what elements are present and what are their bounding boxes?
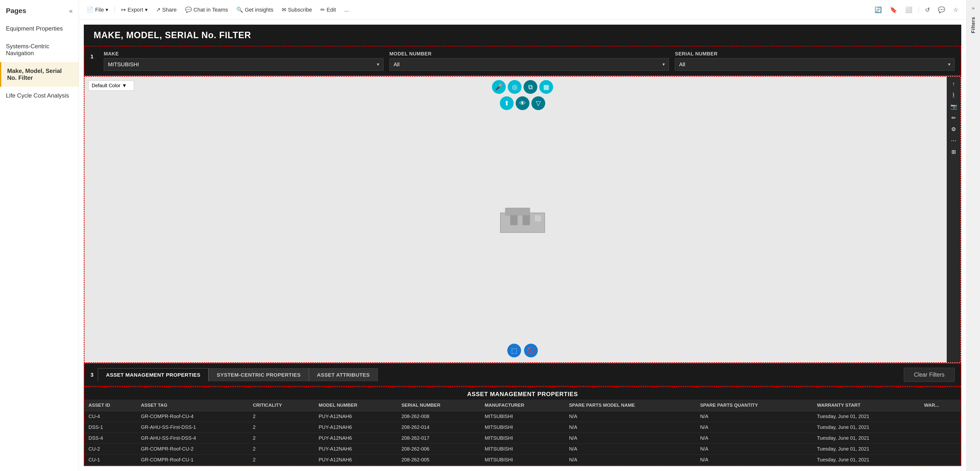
model-select[interactable]: All <box>390 58 669 71</box>
sidebar-item-systems-centric[interactable]: Systems-Centric Navigation <box>0 37 79 62</box>
tab-system-centric[interactable]: SYSTEM-CENTRIC PROPERTIES <box>208 368 309 381</box>
viewer-btn-microphone[interactable]: 🎤 <box>492 80 506 94</box>
viewer-btn-copy[interactable]: ⧉ <box>523 80 537 94</box>
toolbar: 📄 File ▾ ↦ Export ▾ ↗ Share 💬 Chat in Te… <box>79 0 966 20</box>
tab-group: ASSET MANAGEMENT PROPERTIES SYSTEM-CENTR… <box>98 368 378 381</box>
subscribe-button[interactable]: ✉ Subscribe <box>280 5 314 14</box>
viewer-right-camera[interactable]: 📷 <box>948 101 959 112</box>
table-cell: GR-COMPR-Roof-CU-4 <box>137 411 249 422</box>
table-cell <box>920 422 961 433</box>
viewer-right-arrow-up[interactable]: ↑ <box>948 79 959 89</box>
export-chevron-icon: ▾ <box>145 6 148 13</box>
table-cell: Tuesday, June 01, 2021 <box>813 444 920 455</box>
model-label: MODEL NUMBER <box>390 51 669 57</box>
viewer-right-person[interactable]: 🚶 <box>948 90 959 101</box>
color-dropdown-label: Default Color <box>92 83 121 89</box>
star-button[interactable]: ☆ <box>951 5 960 14</box>
table-cell: PUY-A12NAH6 <box>315 411 398 422</box>
right-panel: » Filters <box>966 0 980 471</box>
sidebar-item-lifecycle[interactable]: Life Cycle Cost Analysis <box>0 87 79 105</box>
col-header-manufacturer: MANUFACTURER <box>480 400 565 411</box>
viewer-right-dots[interactable]: ⋯ <box>948 135 959 146</box>
share-button[interactable]: ↗ Share <box>154 5 179 14</box>
table-cell: 2 <box>249 455 315 465</box>
col-header-asset-id: ASSET ID <box>84 400 137 411</box>
viewer-btn-select-box[interactable]: ⬚ <box>507 344 521 357</box>
asset-management-table: ASSET ID ASSET TAG CRITICALITY MODEL NUM… <box>84 400 961 465</box>
refresh-button[interactable]: 🔄 <box>873 5 884 14</box>
table-cell: PUY-A12NAH6 <box>315 422 398 433</box>
export-button[interactable]: ↦ Export ▾ <box>119 5 150 14</box>
make-select[interactable]: MITSUBISHI <box>104 58 383 71</box>
chat2-button[interactable]: 💬 <box>936 5 947 14</box>
table-cell: GR-COMPR-Roof-CU-1 <box>137 455 249 465</box>
table-cell: PUY-A12NAH6 <box>315 444 398 455</box>
clear-filters-button[interactable]: Clear Filters <box>904 368 955 382</box>
window-button[interactable]: ⬜ <box>904 5 914 14</box>
table-row[interactable]: CU-1GR-COMPR-Roof-CU-12PUY-A12NAH6208-26… <box>84 455 961 465</box>
sidebar-item-equipment-properties[interactable]: Equipment Properties <box>0 20 79 37</box>
file-button[interactable]: 📄 File ▾ <box>85 5 110 14</box>
table-cell: CU-2 <box>84 444 137 455</box>
section-1-label: 1 <box>91 51 98 60</box>
table-cell: MITSUBISHI <box>480 411 565 422</box>
more-button[interactable]: ... <box>342 5 351 14</box>
edit-label: Edit <box>326 6 336 13</box>
table-row[interactable]: DSS-1GR-AHU-SS-First-DSS-12PUY-A12NAH620… <box>84 422 961 433</box>
tab-asset-attributes[interactable]: ASSET ATTRIBUTES <box>309 368 378 381</box>
viewer-btn-clear-filter[interactable]: 🚫 <box>524 344 538 357</box>
tab-asset-management[interactable]: ASSET MANAGEMENT PROPERTIES <box>98 368 208 381</box>
edit-button[interactable]: ✏ Edit <box>318 5 338 14</box>
toolbar-separator-1 <box>115 6 115 13</box>
chat-label: Chat in Teams <box>194 6 228 13</box>
viewer-btn-up[interactable]: ⬆ <box>500 96 514 110</box>
viewer-btn-filter[interactable]: ▽ <box>531 96 545 110</box>
model-filter-group: MODEL NUMBER All <box>390 51 669 71</box>
teams-icon: 💬 <box>185 6 192 13</box>
viewer-right-group[interactable]: ⊞ <box>948 147 959 157</box>
table-cell: CU-1 <box>84 455 137 465</box>
table-cell: MITSUBISHI <box>480 444 565 455</box>
color-dropdown[interactable]: Default Color ▼ <box>89 81 134 90</box>
svg-rect-2 <box>510 215 518 225</box>
sidebar-item-make-model[interactable]: Make, Model, Serial No. Filter <box>0 62 79 87</box>
table-section-title: ASSET MANAGEMENT PROPERTIES <box>84 387 961 400</box>
viewer-btn-target[interactable]: ◎ <box>508 80 522 94</box>
page-title-bar: MAKE, MODEL, SERIAL No. FILTER <box>84 25 961 46</box>
viewer-bottom-center: ⬚ 🚫 <box>507 344 538 357</box>
section-2-viewer: Default Color ▼ 🎤 ◎ ⧉ ▦ ⬆ 👁 ▽ <box>84 76 961 363</box>
table-row[interactable]: CU-4GR-COMPR-Roof-CU-42PUY-A12NAH6208-26… <box>84 411 961 422</box>
viewer-btn-hatch[interactable]: ▦ <box>539 80 553 94</box>
table-cell: N/A <box>696 411 813 422</box>
table-cell: 208-262-006 <box>398 444 481 455</box>
table-cell: N/A <box>696 444 813 455</box>
right-panel-collapse-button[interactable]: » <box>967 2 979 13</box>
make-filter-group: MAKE MITSUBISHI <box>104 51 383 71</box>
table-row[interactable]: DSS-4GR-AHU-SS-First-DSS-42PUY-A12NAH620… <box>84 433 961 444</box>
viewer-btn-eye[interactable]: 👁 <box>515 96 530 110</box>
table-cell <box>920 455 961 465</box>
table-cell: MITSUBISHI <box>480 422 565 433</box>
table-cell: 208-262-008 <box>398 411 481 422</box>
table-cell: N/A <box>696 433 813 444</box>
table-cell: MITSUBISHI <box>480 433 565 444</box>
chat-button[interactable]: 💬 Chat in Teams <box>183 5 230 14</box>
table-row[interactable]: CU-2GR-COMPR-Roof-CU-22PUY-A12NAH6208-26… <box>84 444 961 455</box>
table-cell: DSS-1 <box>84 422 137 433</box>
table-cell: Tuesday, June 01, 2021 <box>813 411 920 422</box>
table-cell <box>920 411 961 422</box>
sidebar-collapse-button[interactable]: « <box>69 7 73 15</box>
section-4-table: ASSET MANAGEMENT PROPERTIES ASSET ID ASS… <box>84 387 961 466</box>
viewer-right-settings[interactable]: ⚙ <box>948 124 959 135</box>
sidebar-header: Pages « <box>0 0 79 20</box>
table-cell: Tuesday, June 01, 2021 <box>813 422 920 433</box>
bookmark-button[interactable]: 🔖 <box>888 5 899 14</box>
section-3-tabs: 3 ASSET MANAGEMENT PROPERTIES SYSTEM-CEN… <box>84 363 961 387</box>
insights-button[interactable]: 🔍 Get insights <box>234 5 275 14</box>
page-title: MAKE, MODEL, SERIAL No. FILTER <box>94 30 951 40</box>
undo-button[interactable]: ↺ <box>923 5 932 14</box>
col-header-spare-parts-qty: SPARE PARTS QUANTITY <box>696 400 813 411</box>
viewer-right-pencil[interactable]: ✏ <box>948 113 959 124</box>
svg-rect-4 <box>535 215 541 222</box>
serial-select[interactable]: All <box>675 58 955 71</box>
